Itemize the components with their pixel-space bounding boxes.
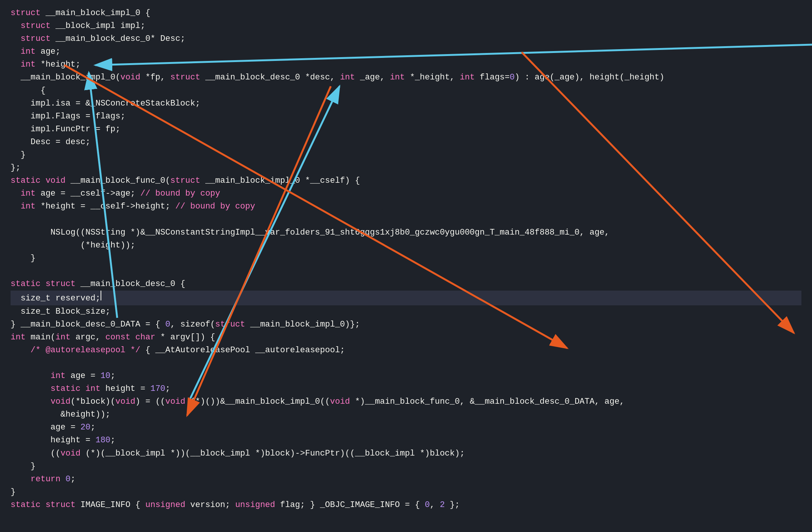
code-line-19: (*height)); — [11, 239, 801, 252]
code-line-8: impl.isa = &_NSConcreteStackBlock; — [11, 97, 801, 110]
code-line-17 — [11, 213, 801, 226]
text-cursor — [101, 291, 101, 300]
code-line-38: } — [11, 486, 801, 499]
code-line-27: /* @autoreleasepool */ { __AtAutorelease… — [11, 344, 801, 357]
code-line-14: static void __main_block_func_0(struct _… — [11, 174, 801, 187]
code-line-13: }; — [11, 162, 801, 174]
code-line-12: } — [11, 149, 801, 162]
code-line-24: size_t Block_size; — [11, 305, 801, 318]
code-line-25: } __main_block_desc_0_DATA = { 0, sizeof… — [11, 318, 801, 331]
code-line-32: &height)); — [11, 408, 801, 421]
code-line-11: Desc = desc; — [11, 136, 801, 149]
code-line-16: int *height = __cself->height; // bound … — [11, 200, 801, 213]
code-line-20: } — [11, 252, 801, 265]
code-line-21 — [11, 265, 801, 278]
code-line-31: void(*block)(void) = ((void (*)())&__mai… — [11, 395, 801, 408]
code-line-18: NSLog((NSString *)&__NSConstantStringImp… — [11, 226, 801, 239]
code-line-29: int age = 10; — [11, 370, 801, 383]
code-line-1: struct __main_block_impl_0 { — [11, 7, 801, 20]
code-line-30: static int height = 170; — [11, 383, 801, 395]
code-line-33: age = 20; — [11, 421, 801, 434]
code-line-26: int main(int argc, const char * argv[]) … — [11, 331, 801, 344]
code-line-23: size_t reserved; — [11, 291, 801, 305]
code-line-15: int age = __cself->age; // bound by copy — [11, 187, 801, 200]
code-line-10: impl.FuncPtr = fp; — [11, 123, 801, 136]
code-line-37: return 0; — [11, 473, 801, 486]
code-line-6: __main_block_impl_0(void *fp, struct __m… — [11, 71, 801, 84]
code-line-34: height = 180; — [11, 434, 801, 447]
code-line-35: ((void (*)(__block_impl *))(__block_impl… — [11, 447, 801, 460]
code-line-3: struct __main_block_desc_0* Desc; — [11, 33, 801, 45]
code-line-4: int age; — [11, 45, 801, 58]
code-line-28 — [11, 357, 801, 370]
code-line-5: int *height; — [11, 58, 801, 71]
code-line-9: impl.Flags = flags; — [11, 110, 801, 123]
code-line-22: static struct __main_block_desc_0 { — [11, 278, 801, 291]
code-line-39: static struct IMAGE_INFO { unsigned vers… — [11, 499, 801, 512]
code-line-2: struct __block_impl impl; — [11, 20, 801, 33]
code-line-7: { — [11, 84, 801, 97]
code-line-36: } — [11, 460, 801, 473]
code-editor: struct __main_block_impl_0 { struct __bl… — [0, 0, 812, 518]
